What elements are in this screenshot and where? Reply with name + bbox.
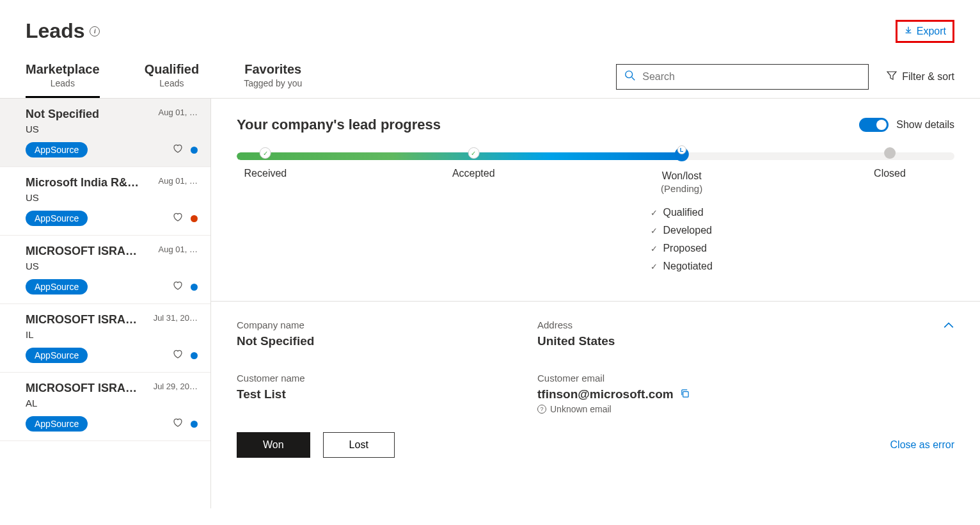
stage-label: Closed <box>874 168 906 179</box>
lead-item[interactable]: MICROSOFT ISRAE… Aug 01, … US AppSource <box>0 236 210 304</box>
progress-stages: ✓Received✓AcceptedLWon/lost(Pending)✓Qua… <box>237 147 954 275</box>
lead-title: MICROSOFT ISRAE… <box>26 245 144 258</box>
stage-label: Accepted <box>452 168 495 179</box>
filter-icon <box>887 70 897 83</box>
stage-dot-future-icon <box>884 147 896 159</box>
stage-sublabel: (Pending) <box>651 183 712 194</box>
lead-region: US <box>26 124 198 134</box>
heart-icon[interactable] <box>173 280 183 293</box>
tab-sublabel: Tagged by you <box>244 78 302 88</box>
lead-item[interactable]: Microsoft India R&… Aug 01, … US AppSour… <box>0 167 210 236</box>
lead-source-tag: AppSource <box>26 416 88 432</box>
lead-source-tag: AppSource <box>26 348 88 363</box>
stage-dot-current-icon: L <box>675 147 689 161</box>
address-block: Address United States <box>537 319 812 348</box>
lead-item[interactable]: MICROSOFT ISRAE… Jul 29, 20… AL AppSourc… <box>0 373 210 441</box>
search-box[interactable] <box>616 64 869 90</box>
lead-title: Not Specified <box>26 108 99 121</box>
tab-marketplace[interactable]: MarketplaceLeads <box>26 56 100 98</box>
stage-check-item: ✓Qualified <box>651 207 712 218</box>
progress-stage: ✓Received <box>244 147 287 179</box>
lead-list: Not Specified Aug 01, … US AppSource Mic… <box>0 99 211 508</box>
close-as-error-link[interactable]: Close as error <box>890 439 954 451</box>
svg-point-0 <box>626 71 633 78</box>
won-button[interactable]: Won <box>237 432 310 458</box>
progress-stage: Closed <box>874 147 906 179</box>
status-dot <box>191 352 198 359</box>
heart-icon[interactable] <box>173 212 183 225</box>
heart-icon[interactable] <box>173 417 183 430</box>
status-dot <box>191 215 198 222</box>
tab-sublabel: Leads <box>26 78 100 88</box>
lead-title: MICROSOFT ISRAE… <box>26 313 144 327</box>
copy-icon[interactable] <box>680 387 690 401</box>
page-title: Leads i <box>26 19 100 43</box>
collapse-caret-icon[interactable] <box>943 319 954 334</box>
lead-date: Aug 01, … <box>159 176 198 186</box>
tab-qualified[interactable]: QualifiedLeads <box>145 56 200 98</box>
lead-source-tag: AppSource <box>26 211 88 226</box>
toggle-switch[interactable] <box>859 118 889 132</box>
search-icon <box>624 70 636 84</box>
status-dot <box>191 147 198 154</box>
company-name-block: Company name Not Specified <box>237 319 512 348</box>
lead-detail: Your company's lead progress Show detail… <box>211 99 980 508</box>
progress-stage: LWon/lost(Pending)✓Qualified✓Developed✓P… <box>651 147 712 279</box>
stage-check-item: ✓Proposed <box>651 243 712 254</box>
lead-source-tag: AppSource <box>26 142 88 158</box>
lead-region: US <box>26 192 198 203</box>
lead-region: US <box>26 261 198 271</box>
lead-date: Jul 29, 20… <box>154 382 198 391</box>
lost-button[interactable]: Lost <box>323 432 395 458</box>
tab-label: Marketplace <box>26 62 100 77</box>
download-icon <box>904 26 913 37</box>
progress-stage: ✓Accepted <box>452 147 495 179</box>
stage-check-item: ✓Developed <box>651 225 712 236</box>
tab-label: Qualified <box>145 62 200 77</box>
tab-favorites[interactable]: FavoritesTagged by you <box>244 56 302 98</box>
info-icon[interactable]: i <box>90 26 100 36</box>
show-details-toggle[interactable]: Show details <box>859 118 954 132</box>
lead-date: Aug 01, … <box>159 245 198 254</box>
filter-sort-button[interactable]: Filter & sort <box>887 70 954 83</box>
tab-group: MarketplaceLeadsQualifiedLeadsFavoritesT… <box>26 56 302 98</box>
search-input[interactable] <box>642 71 860 83</box>
stage-dot-done-icon: ✓ <box>260 147 271 159</box>
stage-check-item: ✓Negotiated <box>651 261 712 272</box>
lead-region: IL <box>26 329 198 340</box>
status-dot <box>191 421 198 428</box>
tab-sublabel: Leads <box>145 78 200 88</box>
lead-title: Microsoft India R&… <box>26 176 139 190</box>
heart-icon[interactable] <box>173 143 183 156</box>
lead-date: Aug 01, … <box>159 108 198 117</box>
stage-checklist: ✓Qualified✓Developed✓Proposed✓Negotiated <box>651 207 712 272</box>
lead-item[interactable]: MICROSOFT ISRAE… Jul 31, 20… IL AppSourc… <box>0 304 210 373</box>
customer-name-block: Customer name Test List <box>237 373 512 414</box>
stage-dot-done-icon: ✓ <box>468 147 479 159</box>
heart-icon[interactable] <box>173 349 183 362</box>
tab-label: Favorites <box>244 62 302 77</box>
export-button[interactable]: Export <box>896 20 954 43</box>
customer-email-block: Customer email tfinson@microsoft.com ? U… <box>537 373 812 414</box>
stage-label: Won/lost <box>651 170 712 182</box>
lead-date: Jul 31, 20… <box>154 313 198 323</box>
lead-title: MICROSOFT ISRAE… <box>26 382 144 395</box>
stage-label: Received <box>244 168 287 179</box>
progress-title: Your company's lead progress <box>237 117 441 133</box>
lead-region: AL <box>26 398 198 408</box>
status-dot <box>191 284 198 291</box>
lead-item[interactable]: Not Specified Aug 01, … US AppSource <box>0 99 210 167</box>
lead-source-tag: AppSource <box>26 279 88 295</box>
svg-rect-1 <box>683 392 688 397</box>
help-icon: ? <box>537 405 546 414</box>
